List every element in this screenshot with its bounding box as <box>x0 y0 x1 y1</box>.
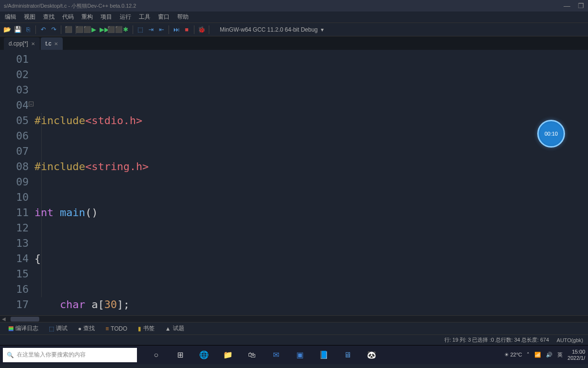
compiler-dropdown[interactable]: MinGW-w64 GCC 11.2.0 64-bit Debug ▾ <box>216 25 328 34</box>
search-icon: 🔍 <box>7 352 14 358</box>
menu-help[interactable]: 帮助 <box>174 12 192 22</box>
menu-run[interactable]: 运行 <box>117 12 134 22</box>
continue-icon[interactable]: ⏭ <box>172 25 181 34</box>
titlebar: s/Administrator/Desktop/t.c - 小熊猫Dev-C++… <box>0 0 588 12</box>
tab-find[interactable]: ●查找 <box>73 322 100 334</box>
bookmark-icon: ▮ <box>138 325 141 332</box>
app-icon-3[interactable]: 🖥 <box>340 347 355 363</box>
menu-refactor[interactable]: 重构 <box>79 12 96 22</box>
tab-tc[interactable]: t.c ✕ <box>41 37 63 50</box>
weather-widget[interactable]: ☀ 22°C <box>504 352 522 358</box>
encoding[interactable]: AUTO(gbk) <box>557 337 583 343</box>
indent-guide <box>41 113 42 297</box>
list-icon: ≡ <box>105 325 109 332</box>
editor[interactable]: 01020304 05060708 09101112 13141516 17 −… <box>0 50 588 315</box>
compiler-label: MinGW-w64 GCC 11.2.0 64-bit Debug <box>220 26 318 33</box>
chevron-down-icon: ▾ <box>321 26 324 33</box>
menu-search[interactable]: 查找 <box>40 12 57 22</box>
save-all-icon[interactable]: ⎘ <box>24 25 33 34</box>
tab-todo[interactable]: ≡TODO <box>101 323 132 334</box>
scrollbar-thumb[interactable] <box>11 317 39 322</box>
devcpp-icon[interactable]: 🐼 <box>364 347 379 363</box>
app-icon-2[interactable]: 📘 <box>316 347 331 363</box>
app-icon[interactable]: ▣ <box>292 347 307 363</box>
code-area[interactable]: − #include<stdio.h> #include<string.h> i… <box>34 50 588 315</box>
bottom-panel-tabs: 编译日志 ⬚调试 ●查找 ≡TODO ▮书签 ▲试题 <box>0 322 588 334</box>
debug-icon: ⬚ <box>49 325 54 332</box>
step-out-icon[interactable]: ⇤ <box>157 25 166 34</box>
menubar: 编辑 视图 查找 代码 重构 项目 运行 工具 窗口 帮助 <box>0 12 588 23</box>
window-title: s/Administrator/Desktop/t.c - 小熊猫Dev-C++… <box>4 2 136 10</box>
menu-code[interactable]: 代码 <box>59 12 77 22</box>
compile-icon[interactable]: ⬛ <box>64 25 73 34</box>
windows-taskbar: 🔍 在这里输入你要搜索的内容 ○ ⊞ 🌐 📁 🛍 ✉ ▣ 📘 🖥 🐼 ☀ 22°… <box>0 345 588 364</box>
save-icon[interactable]: 💾 <box>13 25 22 34</box>
open-icon[interactable]: 📂 <box>3 25 11 34</box>
rebuild-icon[interactable]: ⬛⬛ <box>111 25 119 34</box>
menu-project[interactable]: 项目 <box>98 12 115 22</box>
tab-label: t.c <box>45 40 52 47</box>
tab-bookmark[interactable]: ▮书签 <box>133 322 159 334</box>
toolbar: 📂 💾 ⎘ ↶ ↷ ⬛ ⬛⬛ ▶ ▶▶ ⬛⬛ ✱ ⬚ ⇥ ⇤ ⏭ ■ 🐞 Min… <box>0 23 588 36</box>
search-icon: ● <box>78 325 81 332</box>
maximize-button[interactable]: ❐ <box>578 2 584 10</box>
flask-icon: ▲ <box>165 325 171 332</box>
redo-icon[interactable]: ↷ <box>49 25 58 34</box>
bars-icon <box>9 326 13 331</box>
menu-window[interactable]: 窗口 <box>155 12 172 22</box>
run-icon[interactable]: ▶ <box>90 25 98 34</box>
menu-edit[interactable]: 编辑 <box>2 12 19 22</box>
wifi-icon[interactable]: 📶 <box>534 352 541 358</box>
fold-icon[interactable]: − <box>29 102 34 106</box>
stop-icon[interactable]: ■ <box>182 25 191 34</box>
line-gutter: 01020304 05060708 09101112 13141516 17 <box>0 50 34 315</box>
menu-tools[interactable]: 工具 <box>136 12 153 22</box>
cursor-position: 行: 19 列: 3 已选择 :0 总行数: 34 总长度: 674 <box>444 336 549 344</box>
tray-up-icon[interactable]: ˄ <box>527 352 530 358</box>
undo-icon[interactable]: ↶ <box>39 25 47 34</box>
search-placeholder: 在这里输入你要搜索的内容 <box>17 351 86 359</box>
bug-icon[interactable]: 🐞 <box>197 25 206 34</box>
debug-icon[interactable]: ✱ <box>121 25 130 34</box>
tab-compile-log[interactable]: 编译日志 <box>4 322 43 334</box>
statusbar: 行: 19 列: 3 已选择 :0 总行数: 34 总长度: 674 AUTO(… <box>0 334 588 345</box>
tab-problems[interactable]: ▲试题 <box>160 322 189 334</box>
mail-icon[interactable]: ✉ <box>268 347 283 363</box>
close-icon[interactable]: ✕ <box>54 41 58 46</box>
explorer-icon[interactable]: 📁 <box>220 347 236 363</box>
step-over-icon[interactable]: ⬚ <box>136 25 145 34</box>
horizontal-scrollbar[interactable]: ◀ <box>0 315 588 322</box>
tab-label: d.cpp[*] <box>9 40 28 47</box>
edge-icon[interactable]: 🌐 <box>196 347 212 363</box>
ime-indicator[interactable]: 英 <box>557 351 563 358</box>
store-icon[interactable]: 🛍 <box>244 347 260 363</box>
step-into-icon[interactable]: ⇥ <box>147 25 155 34</box>
menu-view[interactable]: 视图 <box>21 12 38 22</box>
clock[interactable]: 15:00 2022/1/ <box>567 349 585 361</box>
file-tabs: d.cpp[*] ✕ t.c ✕ <box>0 36 588 50</box>
cortana-icon[interactable]: ○ <box>148 347 164 363</box>
tab-debug[interactable]: ⬚调试 <box>44 322 72 334</box>
minimize-button[interactable]: — <box>564 2 570 10</box>
windows-search[interactable]: 🔍 在这里输入你要搜索的内容 <box>3 348 137 362</box>
window-controls: — ❐ <box>564 2 584 10</box>
tab-dcpp[interactable]: d.cpp[*] ✕ <box>4 37 40 50</box>
close-icon[interactable]: ✕ <box>31 41 35 46</box>
timer-widget[interactable]: 00:10 <box>537 120 565 148</box>
task-view-icon[interactable]: ⊞ <box>172 347 188 363</box>
build-icon[interactable]: ⬛⬛ <box>79 25 88 34</box>
volume-icon[interactable]: 🔊 <box>546 352 553 358</box>
